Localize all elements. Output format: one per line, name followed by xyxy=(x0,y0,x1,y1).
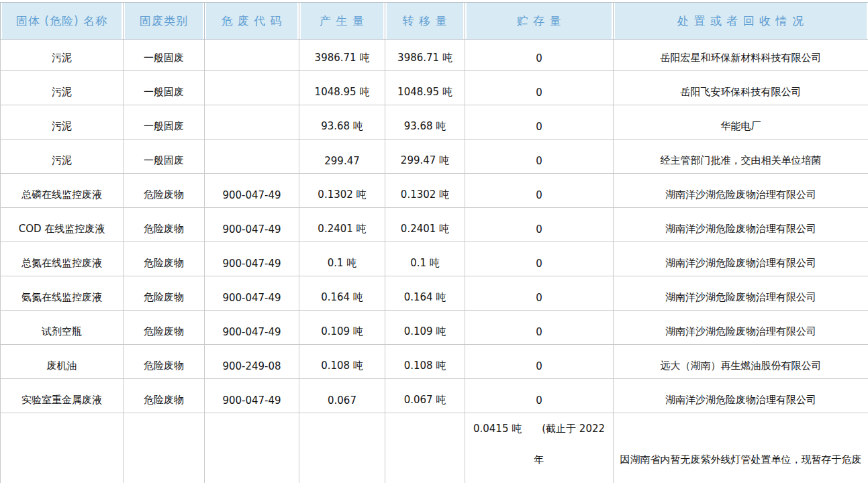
table-row: 污泥一般固废3986.71 吨3986.71 吨0岳阳宏星和环保新材料科技有限公… xyxy=(1,40,868,71)
table-cell: 0.2401 吨 xyxy=(299,208,385,242)
table-cell: 0.1302 吨 xyxy=(299,174,385,208)
table-cell: 氨氮在线监控废液 xyxy=(1,276,124,311)
table-cell: 0.1 吨 xyxy=(385,242,465,276)
table-row: 试剂空瓶危险废物900-047-490.109 吨0.109 吨0湖南洋沙湖危险… xyxy=(1,311,868,345)
hazardous-waste-table: 固体 (危险) 名称固废类别危 废 代 码产 生 量转 移 量贮 存 量处 置 … xyxy=(0,2,868,483)
table-cell xyxy=(205,140,299,174)
table-cell: 0 xyxy=(465,208,614,242)
table-cell: 湖南洋沙湖危险废物治理有限公司 xyxy=(614,379,868,413)
table-cell: 一般固废 xyxy=(124,71,205,105)
table-cell: 废机油 xyxy=(1,345,124,379)
table-row: 实验室重金属废液危险废物900-047-490.0670.067 吨0湖南洋沙湖… xyxy=(1,379,868,413)
table-cell: 危险废物 xyxy=(124,413,205,483)
table-cell: 900-047-49 xyxy=(205,208,299,242)
table-cell: 危险废物 xyxy=(124,379,205,413)
table-row: 污泥一般固废299.47299.47 吨0经主管部门批准，交由相关单位培菌 xyxy=(1,140,868,174)
table-cell: 0.108 吨 xyxy=(299,345,385,379)
table-cell: 湖南洋沙湖危险废物治理有限公司 xyxy=(614,174,868,208)
table-cell: 一般固废 xyxy=(124,140,205,174)
table-cell: 一般固废 xyxy=(124,105,205,140)
table-row: 废机油危险废物900-249-080.108 吨0.108 吨0远大（湖南）再生… xyxy=(1,345,868,379)
column-header-1: 固废类别 xyxy=(124,3,205,40)
table-cell: 岳阳宏星和环保新材料科技有限公司 xyxy=(614,40,868,71)
table-cell: 0 xyxy=(465,379,614,413)
table-cell: 299.47 xyxy=(299,140,385,174)
table-cell: 0.164 吨 xyxy=(385,276,465,311)
table-cell: 0 xyxy=(465,242,614,276)
table-cell: 900-047-49 xyxy=(205,174,299,208)
table-row: 总磷在线监控废液危险废物900-047-490.1302 吨0.1302 吨0湖… xyxy=(1,174,868,208)
table-cell: 0.1302 吨 xyxy=(385,174,465,208)
table-cell: 0.0105 吨 xyxy=(299,413,385,483)
table-cell: 3986.71 吨 xyxy=(385,40,465,71)
table-cell: 危险废物 xyxy=(124,276,205,311)
table-cell: 危险废物 xyxy=(124,311,205,345)
table-cell: 湖南洋沙湖危险废物治理有限公司 xyxy=(614,311,868,345)
table-cell: 3986.71 吨 xyxy=(299,40,385,71)
table-cell: 危险废物 xyxy=(124,345,205,379)
table-row: 污泥一般固废1048.95 吨1048.95 吨0岳阳飞安环保科技有限公司 xyxy=(1,71,868,105)
table-cell: 危险废物 xyxy=(124,242,205,276)
table-cell: 经主管部门批准，交由相关单位培菌 xyxy=(614,140,868,174)
column-header-5: 贮 存 量 xyxy=(465,3,614,40)
column-header-3: 产 生 量 xyxy=(299,3,385,40)
table-row: 总氮在线监控废液危险废物900-047-490.1 吨0.1 吨0湖南洋沙湖危险… xyxy=(1,242,868,276)
column-header-2: 危 废 代 码 xyxy=(205,3,299,40)
table-cell: 0 xyxy=(465,40,614,71)
table-cell: 湖南洋沙湖危险废物治理有限公司 xyxy=(614,208,868,242)
table-cell: 因湖南省内暂无废紫外线灯管处置单位，现暂存于危废 暂存间。 xyxy=(614,413,868,483)
table-cell: 900-023-29 xyxy=(205,413,299,483)
table-cell: 299.47 吨 xyxy=(385,140,465,174)
table-cell: 一般固废 xyxy=(124,40,205,71)
table-row: 氨氮在线监控废液危险废物900-047-490.164 吨0.164 吨0湖南洋… xyxy=(1,276,868,311)
table-cell: 0 xyxy=(385,413,465,483)
table-cell: 0.164 吨 xyxy=(299,276,385,311)
table-cell: 危险废物 xyxy=(124,208,205,242)
table-row: 废紫外灯管危险废物900-023-290.0105 吨00.0415 吨 (截止… xyxy=(1,413,868,483)
table-cell xyxy=(205,40,299,71)
table-cell: 0.109 吨 xyxy=(385,311,465,345)
table-cell: 900-047-49 xyxy=(205,242,299,276)
table-cell: 0 xyxy=(465,311,614,345)
table-cell: 0.067 xyxy=(299,379,385,413)
table-cell: 湖南洋沙湖危险废物治理有限公司 xyxy=(614,242,868,276)
table-cell: 900-047-49 xyxy=(205,379,299,413)
table-cell: 0.109 吨 xyxy=(299,311,385,345)
column-header-4: 转 移 量 xyxy=(385,3,465,40)
table-cell: 危险废物 xyxy=(124,174,205,208)
column-header-6: 处 置 或 者 回 收 情 况 xyxy=(614,3,868,40)
table-cell: 0 xyxy=(465,174,614,208)
table-cell: 污泥 xyxy=(1,71,124,105)
table-cell: 0.067 吨 xyxy=(385,379,465,413)
table-cell: 900-047-49 xyxy=(205,311,299,345)
table-cell: 0 xyxy=(465,140,614,174)
table-cell xyxy=(205,71,299,105)
table-row: COD 在线监控废液危险废物900-047-490.2401 吨0.2401 吨… xyxy=(1,208,868,242)
table-cell: 远大（湖南）再生燃油股份有限公司 xyxy=(614,345,868,379)
table-cell: 岳阳飞安环保科技有限公司 xyxy=(614,71,868,105)
table-cell: 试剂空瓶 xyxy=(1,311,124,345)
table-cell: 总氮在线监控废液 xyxy=(1,242,124,276)
report-sheet: 固体 (危险) 名称固废类别危 废 代 码产 生 量转 移 量贮 存 量处 置 … xyxy=(0,0,868,483)
table-cell: 污泥 xyxy=(1,40,124,71)
table-header: 固体 (危险) 名称固废类别危 废 代 码产 生 量转 移 量贮 存 量处 置 … xyxy=(1,3,868,40)
table-cell: 废紫外灯管 xyxy=(1,413,124,483)
table-body: 污泥一般固废3986.71 吨3986.71 吨0岳阳宏星和环保新材料科技有限公… xyxy=(1,40,868,483)
table-cell: 93.68 吨 xyxy=(299,105,385,140)
column-header-0: 固体 (危险) 名称 xyxy=(1,3,124,40)
table-cell: 0 xyxy=(465,276,614,311)
table-cell: 0.2401 吨 xyxy=(385,208,465,242)
table-cell: 1048.95 吨 xyxy=(299,71,385,105)
table-cell: 1048.95 吨 xyxy=(385,71,465,105)
table-row: 污泥一般固废93.68 吨93.68 吨0华能电厂 xyxy=(1,105,868,140)
table-cell: 0.0415 吨 (截止于 2022 年 5 月产生合计) xyxy=(465,413,614,483)
table-cell: 实验室重金属废液 xyxy=(1,379,124,413)
table-cell: 900-249-08 xyxy=(205,345,299,379)
table-cell: COD 在线监控废液 xyxy=(1,208,124,242)
table-cell: 华能电厂 xyxy=(614,105,868,140)
table-cell: 污泥 xyxy=(1,140,124,174)
table-cell: 0 xyxy=(465,345,614,379)
table-cell: 0.108 吨 xyxy=(385,345,465,379)
table-cell: 0.1 吨 xyxy=(299,242,385,276)
table-cell: 0 xyxy=(465,71,614,105)
